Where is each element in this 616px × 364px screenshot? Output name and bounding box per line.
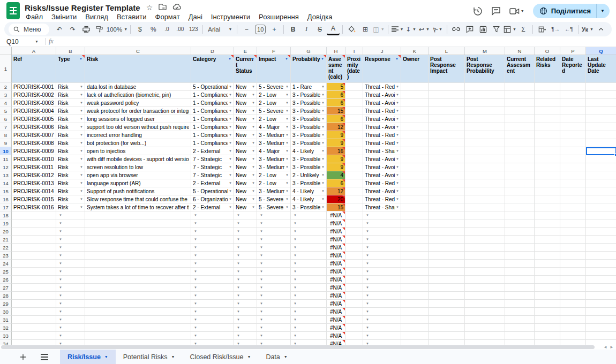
cell-B28[interactable]: ▼ <box>56 292 85 300</box>
cell-N6[interactable] <box>505 115 535 123</box>
cell-L25[interactable] <box>429 268 465 276</box>
formula-input[interactable] <box>54 36 616 47</box>
text-wrap-button[interactable]: ↩ ▼ <box>418 24 431 35</box>
cell-O1[interactable]: Related Risks <box>535 55 560 83</box>
cell-O11[interactable] <box>535 155 560 163</box>
cell-L15[interactable] <box>429 187 465 195</box>
cell-A32[interactable] <box>12 324 56 332</box>
cell-G27[interactable]: ▼ <box>291 284 327 292</box>
row-header-14[interactable]: 14 <box>0 179 12 187</box>
cell-B33[interactable]: ▼ <box>56 332 85 340</box>
cell-O20[interactable] <box>535 228 560 236</box>
cell-K24[interactable] <box>401 260 429 268</box>
cell-C24[interactable] <box>85 260 191 268</box>
cell-O18[interactable] <box>535 211 560 219</box>
cell-D24[interactable]: ▼ <box>191 260 234 268</box>
cell-dropdown-icon[interactable]: ▼ <box>260 278 263 281</box>
cell-C22[interactable] <box>85 244 191 252</box>
cell-D3[interactable]: 1 - Compliance▼ <box>191 91 234 99</box>
cell-K9[interactable] <box>401 139 429 147</box>
cell-G4[interactable]: 3 - Possible▼ <box>291 99 327 107</box>
cell-dropdown-icon[interactable]: ▼ <box>252 189 255 193</box>
cell-dropdown-icon[interactable]: ▼ <box>252 85 255 88</box>
cell-M25[interactable] <box>465 268 505 276</box>
cell-dropdown-icon[interactable]: ▼ <box>321 85 325 88</box>
cell-A8[interactable]: PROJRISK-0007 <box>12 131 56 139</box>
cell-K6[interactable] <box>401 115 429 123</box>
insert-chart-button[interactable] <box>477 24 490 35</box>
cell-F15[interactable]: 3 - Medium▼ <box>257 187 291 195</box>
cell-O26[interactable] <box>535 276 560 284</box>
cell-dropdown-icon[interactable]: ▼ <box>366 214 369 217</box>
cell-P7[interactable] <box>560 123 586 131</box>
cell-F28[interactable]: ▼ <box>257 292 291 300</box>
cell-J1[interactable]: Response▼ <box>363 55 401 83</box>
cell-Q27[interactable] <box>586 284 616 292</box>
cell-N9[interactable] <box>505 139 535 147</box>
text-color-button[interactable]: A <box>327 24 340 35</box>
cell-B8[interactable]: Risk▼ <box>56 131 85 139</box>
cell-dropdown-icon[interactable]: ▼ <box>237 334 240 337</box>
cell-O6[interactable] <box>535 115 560 123</box>
cell-dropdown-icon[interactable]: ▼ <box>286 93 289 96</box>
cell-dropdown-icon[interactable]: ▼ <box>294 214 297 217</box>
cell-K20[interactable] <box>401 228 429 236</box>
cell-N18[interactable] <box>505 211 535 219</box>
row-header-31[interactable]: 31 <box>0 316 12 324</box>
move-to-folder-icon[interactable] <box>159 3 167 12</box>
cell-F4[interactable]: 2 - Low▼ <box>257 99 291 107</box>
cell-J22[interactable]: ▼ <box>363 244 401 252</box>
cell-J26[interactable]: ▼ <box>363 276 401 284</box>
cell-M22[interactable] <box>465 244 505 252</box>
cell-A12[interactable]: PROJRISK-0011 <box>12 163 56 171</box>
cell-K8[interactable] <box>401 131 429 139</box>
column-header-B[interactable]: B <box>56 47 85 55</box>
cell-I20[interactable] <box>345 228 363 236</box>
cell-dropdown-icon[interactable]: ▼ <box>237 214 240 217</box>
cell-F21[interactable]: ▼ <box>257 236 291 244</box>
cell-D8[interactable]: 1 - Compliance▼ <box>191 131 234 139</box>
cell-dropdown-icon[interactable]: ▼ <box>321 165 325 169</box>
cell-dropdown-icon[interactable]: ▼ <box>194 286 197 289</box>
cell-J7[interactable]: Threat - Avoid▼ <box>363 123 401 131</box>
cell-C2[interactable]: data lost in database <box>85 83 191 91</box>
row-header-7[interactable]: 7 <box>0 123 12 131</box>
tab-caret-icon[interactable]: ▼ <box>284 355 288 359</box>
column-header-H[interactable]: H <box>327 47 345 55</box>
cell-E30[interactable]: ▼ <box>234 308 257 316</box>
cell-K33[interactable] <box>401 332 429 340</box>
cell-G20[interactable]: ▼ <box>291 228 327 236</box>
cell-P10[interactable] <box>560 147 586 155</box>
cell-P4[interactable] <box>560 99 586 107</box>
cell-dropdown-icon[interactable]: ▼ <box>321 125 325 128</box>
cell-dropdown-icon[interactable]: ▼ <box>260 270 263 273</box>
cell-M5[interactable] <box>465 107 505 115</box>
cell-H13[interactable]: 4 <box>327 171 345 179</box>
cell-dropdown-icon[interactable]: ▼ <box>366 310 369 313</box>
cell-dropdown-icon[interactable]: ▼ <box>59 214 62 217</box>
cell-E6[interactable]: New▼ <box>234 115 257 123</box>
increase-font-size-button[interactable]: + <box>268 24 281 35</box>
cell-I13[interactable] <box>345 171 363 179</box>
cell-E29[interactable]: ▼ <box>234 300 257 308</box>
cell-N33[interactable] <box>505 332 535 340</box>
cell-A29[interactable] <box>12 300 56 308</box>
cell-dropdown-icon[interactable]: ▼ <box>294 278 297 281</box>
cell-O5[interactable] <box>535 107 560 115</box>
cell-P19[interactable] <box>560 219 586 228</box>
cell-dropdown-icon[interactable]: ▼ <box>321 101 325 104</box>
share-caret-icon[interactable]: ▼ <box>596 4 610 18</box>
cell-B30[interactable]: ▼ <box>56 308 85 316</box>
cell-P14[interactable] <box>560 179 586 187</box>
cell-J21[interactable]: ▼ <box>363 236 401 244</box>
cell-dropdown-icon[interactable]: ▼ <box>321 198 325 201</box>
cell-dropdown-icon[interactable]: ▼ <box>294 326 297 329</box>
decrease-decimal-button[interactable]: .0 <box>160 24 173 35</box>
cell-H18[interactable]: #N/A <box>327 211 345 219</box>
row-header-15[interactable]: 15 <box>0 187 12 195</box>
cell-G1[interactable]: Probability▼ <box>291 55 327 83</box>
cell-B32[interactable]: ▼ <box>56 324 85 332</box>
cell-Q26[interactable] <box>586 276 616 284</box>
cell-dropdown-icon[interactable]: ▼ <box>80 93 83 96</box>
cell-dropdown-icon[interactable]: ▼ <box>229 206 232 209</box>
